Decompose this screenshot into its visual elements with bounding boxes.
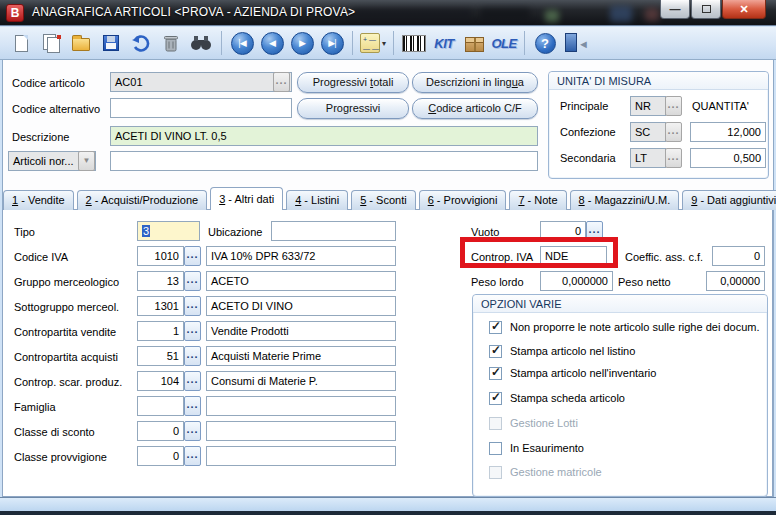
um-confezione-field[interactable]: SC	[630, 122, 666, 142]
tab-provvigioni[interactable]: 6 - Provvigioni	[419, 190, 507, 210]
new-record-button[interactable]	[7, 29, 35, 57]
codice-iva-lookup-button[interactable]: ...	[184, 246, 201, 266]
categoria-dropdown-arrow-icon[interactable]: ▼	[78, 151, 95, 171]
checkbox-stampa-scheda-label: Stampa scheda articolo	[510, 392, 625, 404]
codice-articolo-lookup-button[interactable]: ...	[273, 72, 290, 92]
checkbox-in-esaurimento[interactable]	[489, 442, 502, 455]
contropartita-vendite-lookup-button[interactable]: ...	[184, 321, 201, 341]
checkbox-stampa-inventario[interactable]	[489, 367, 502, 380]
help-button[interactable]: ?	[531, 29, 559, 57]
minimize-button[interactable]: —	[660, 0, 690, 19]
save-button[interactable]	[97, 29, 125, 57]
next-record-button[interactable]: ▶	[288, 29, 316, 57]
qty-confezione-field[interactable]: 12,000	[690, 122, 766, 142]
codice-iva-field[interactable]: 1010	[137, 246, 184, 266]
tab-listini[interactable]: 4 - Listini	[286, 190, 348, 210]
checkbox-stampa-scheda[interactable]	[489, 392, 502, 405]
open-folder-icon	[72, 38, 90, 51]
checkbox-stampa-listino[interactable]	[489, 345, 502, 358]
sottogruppo-merceol-lookup-button[interactable]: ...	[184, 296, 201, 316]
controp-scar-produz-desc-field: Consumi di Materie P.	[206, 371, 396, 391]
last-record-button[interactable]: ▶|	[318, 29, 346, 57]
kit-button[interactable]: KIT	[430, 29, 458, 57]
um-secondaria-lookup-button[interactable]: ...	[665, 148, 682, 168]
first-record-button[interactable]: |◀	[228, 29, 256, 57]
coeffic-ass-cf-field[interactable]: 0	[712, 246, 765, 266]
vuoto-lookup-button[interactable]: ...	[586, 221, 603, 241]
delete-button[interactable]	[157, 29, 185, 57]
gruppo-merceologico-field[interactable]: 13	[137, 271, 184, 291]
descrizioni-in-lingua-button[interactable]: Descrizioni in lingua	[412, 72, 538, 93]
package-button[interactable]	[460, 29, 488, 57]
contropartita-acquisti-desc-field: Acquisti Materie Prime	[206, 346, 396, 366]
maximize-button[interactable]	[691, 0, 721, 19]
open-button[interactable]	[67, 29, 95, 57]
classe-provvigione-lookup-button[interactable]: ...	[184, 446, 201, 466]
codice-articolo-cf-button[interactable]: Codice articolo C/F	[412, 98, 538, 119]
contropartita-acquisti-field[interactable]: 51	[137, 346, 184, 366]
window-edge	[0, 511, 776, 515]
barcode-button[interactable]	[400, 29, 428, 57]
peso-lordo-field[interactable]: 0,000000	[540, 271, 613, 291]
controp-scar-produz-lookup-button[interactable]: ...	[184, 371, 201, 391]
gruppo-merceologico-desc-field: ACETO	[206, 271, 396, 291]
duplicate-record-button[interactable]	[37, 29, 65, 57]
classe-provvigione-field[interactable]: 0	[137, 446, 184, 466]
list-options-button[interactable]: ▾	[359, 29, 387, 57]
contropartita-acquisti-lookup-button[interactable]: ...	[184, 346, 201, 366]
classe-di-sconto-lookup-button[interactable]: ...	[184, 421, 201, 441]
checkbox-stampa-listino-label: Stampa articolo nel listino	[510, 345, 635, 357]
um-secondaria-field[interactable]: LT	[630, 148, 666, 168]
um-principale-field[interactable]: NR	[630, 96, 666, 116]
um-confezione-lookup-button[interactable]: ...	[665, 122, 682, 142]
codice-alternativo-field[interactable]	[110, 98, 292, 118]
progressivi-totali-button[interactable]: Progressivi totali	[297, 72, 409, 93]
kit-icon: KIT	[434, 36, 453, 51]
tab-altri-dati[interactable]: 3 - Altri dati	[210, 187, 283, 210]
sottogruppo-merceol-desc-field: ACETO DI VINO	[206, 296, 396, 316]
controp-scar-produz-field[interactable]: 104	[137, 371, 184, 391]
ole-button[interactable]: OLE	[490, 29, 518, 57]
sottogruppo-merceol-field[interactable]: 1301	[137, 296, 184, 316]
opzioni-varie-title: OPZIONI VARIE	[473, 295, 767, 313]
maximize-icon	[702, 5, 711, 13]
gruppo-merceologico-lookup-button[interactable]: ...	[184, 271, 201, 291]
descrizione-field[interactable]: ACETI DI VINO LT. 0,5	[110, 126, 538, 146]
checkbox-gestione-lotti	[489, 417, 502, 430]
famiglia-lookup-button[interactable]: ...	[184, 396, 201, 416]
qty-secondaria-field[interactable]: 0,500	[690, 148, 766, 168]
um-principale-lookup-button[interactable]: ...	[665, 96, 682, 116]
classe-provvigione-desc-field	[206, 446, 396, 466]
categoria-descrizione-field[interactable]	[110, 151, 538, 171]
exit-button[interactable]: ◄	[561, 29, 589, 57]
tab-note[interactable]: 7 - Note	[509, 190, 566, 210]
peso-netto-label: Peso netto	[618, 276, 671, 288]
toolbar: |◀ ◀ ▶ ▶| ▾ KIT OLE ? ◄	[0, 27, 776, 60]
classe-di-sconto-field[interactable]: 0	[137, 421, 184, 441]
famiglia-field[interactable]	[137, 396, 184, 416]
tipo-field[interactable]: 3	[137, 221, 200, 241]
controp-iva-field[interactable]: NDE	[540, 246, 607, 266]
famiglia-label: Famiglia	[14, 401, 56, 413]
tab-acquisti-produzione[interactable]: 2 - Acquisti/Produzione	[77, 190, 208, 210]
save-icon	[103, 35, 119, 51]
contropartita-vendite-field[interactable]: 1	[137, 321, 184, 341]
close-button[interactable]: ✕	[722, 0, 766, 19]
ubicazione-field[interactable]	[271, 221, 396, 241]
nav-next-icon: ▶	[291, 32, 314, 55]
progressivi-button[interactable]: Progressivi	[297, 98, 409, 119]
tab-sconti[interactable]: 5 - Sconti	[351, 190, 415, 210]
previous-record-button[interactable]: ◀	[258, 29, 286, 57]
app-icon: B	[6, 4, 24, 22]
classe-di-sconto-label: Classe di sconto	[14, 426, 95, 438]
tab-magazzini-um[interactable]: 8 - Magazzini/U.M.	[570, 190, 680, 210]
tab-vendite[interactable]: 1 - Vendite	[3, 190, 74, 210]
checkbox-non-proporre-note[interactable]	[489, 321, 502, 334]
undo-button[interactable]	[127, 29, 155, 57]
peso-netto-field[interactable]: 0,00000	[706, 271, 765, 291]
tab-dati-aggiuntivi[interactable]: 9 - Dati aggiuntivi	[682, 190, 776, 210]
find-button[interactable]	[187, 29, 215, 57]
trash-icon	[162, 33, 180, 53]
vuoto-field[interactable]: 0	[540, 221, 586, 241]
codice-articolo-field[interactable]: AC01	[110, 72, 292, 92]
